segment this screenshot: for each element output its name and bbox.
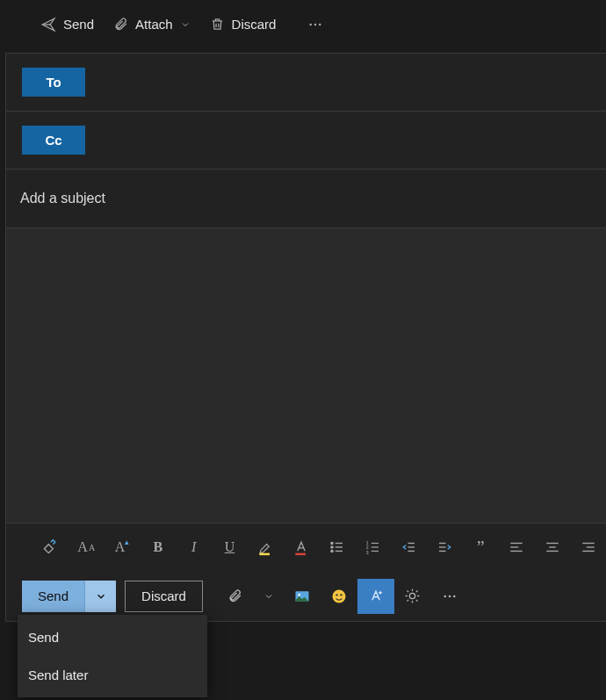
font-color-button[interactable]	[284, 530, 320, 565]
italic-button[interactable]: I	[176, 530, 212, 565]
subject-input[interactable]	[20, 191, 606, 206]
send-options-caret[interactable]	[84, 581, 116, 612]
svg-point-46	[444, 595, 446, 597]
menu-item-send-later[interactable]: Send later	[18, 656, 207, 694]
svg-point-37	[410, 593, 415, 598]
svg-point-36	[340, 594, 342, 595]
svg-point-0	[310, 23, 313, 25]
menu-item-send[interactable]: Send	[18, 618, 207, 656]
send-split-button: Send	[22, 581, 116, 612]
decrease-indent-button[interactable]	[391, 530, 427, 565]
svg-line-42	[408, 591, 409, 593]
svg-line-44	[408, 600, 409, 602]
trash-icon	[210, 17, 225, 32]
svg-line-43	[416, 600, 418, 602]
svg-point-2	[319, 23, 321, 25]
insert-image-button[interactable]	[284, 579, 321, 614]
bullet-list-button[interactable]	[320, 530, 356, 565]
increase-indent-button[interactable]	[427, 530, 463, 565]
svg-point-35	[335, 594, 337, 595]
svg-rect-4	[295, 553, 306, 556]
svg-point-6	[331, 546, 333, 548]
font-family-button[interactable]: AA	[69, 530, 105, 565]
more-actions-button[interactable]	[300, 13, 330, 36]
more-compose-button[interactable]	[431, 579, 468, 614]
svg-point-47	[449, 595, 451, 597]
svg-text:3: 3	[365, 550, 368, 555]
subject-row	[6, 170, 606, 228]
send-icon	[40, 17, 56, 32]
compose-action-bar: Send Discard	[6, 571, 606, 621]
compose-top-toolbar: Send Attach Discard	[0, 0, 606, 48]
svg-point-7	[331, 550, 333, 552]
svg-rect-3	[260, 553, 271, 556]
discard-main-button[interactable]: Discard	[125, 581, 203, 612]
highlight-color-button[interactable]	[248, 530, 284, 565]
cc-button[interactable]: Cc	[22, 126, 85, 155]
align-right-button[interactable]	[570, 530, 606, 565]
brightness-button[interactable]	[394, 579, 431, 614]
svg-point-1	[314, 23, 317, 25]
underline-button[interactable]: U	[212, 530, 248, 565]
cc-row: Cc	[6, 112, 606, 170]
to-button[interactable]: To	[22, 68, 85, 97]
attach-label: Attach	[135, 17, 173, 32]
to-row: To	[6, 54, 606, 112]
action-icons	[217, 579, 468, 614]
svg-point-48	[453, 595, 456, 597]
send-options-menu: Send Send later	[18, 615, 207, 697]
numbered-list-button[interactable]: 123	[355, 530, 391, 565]
align-center-button[interactable]	[534, 530, 570, 565]
svg-point-34	[332, 589, 345, 603]
format-toolbar: AA A▴ B I U 123 ”	[6, 523, 606, 571]
attach-inline-button[interactable]	[217, 579, 254, 614]
attach-button[interactable]: Attach	[106, 13, 198, 35]
emoji-button[interactable]	[321, 579, 357, 614]
format-painter-icon[interactable]	[32, 530, 69, 565]
paperclip-icon	[113, 17, 128, 32]
discard-button[interactable]: Discard	[203, 13, 284, 35]
ellipsis-icon	[307, 17, 323, 32]
font-size-button[interactable]: A▴	[105, 530, 141, 565]
message-body[interactable]	[6, 228, 606, 523]
send-main-button[interactable]: Send	[22, 581, 84, 612]
svg-point-33	[298, 594, 300, 596]
bold-button[interactable]: B	[140, 530, 176, 565]
send-label: Send	[63, 17, 94, 32]
align-left-button[interactable]	[499, 530, 535, 565]
discard-label: Discard	[232, 17, 277, 32]
attach-caret-button[interactable]	[254, 579, 284, 614]
send-button[interactable]: Send	[33, 13, 101, 36]
svg-point-5	[331, 542, 333, 544]
quote-button[interactable]: ”	[463, 530, 499, 565]
svg-line-45	[416, 591, 418, 593]
compose-panel: To Cc AA A▴ B I U 123	[5, 53, 606, 622]
editor-assist-button[interactable]	[357, 579, 394, 614]
chevron-down-icon	[180, 19, 191, 30]
